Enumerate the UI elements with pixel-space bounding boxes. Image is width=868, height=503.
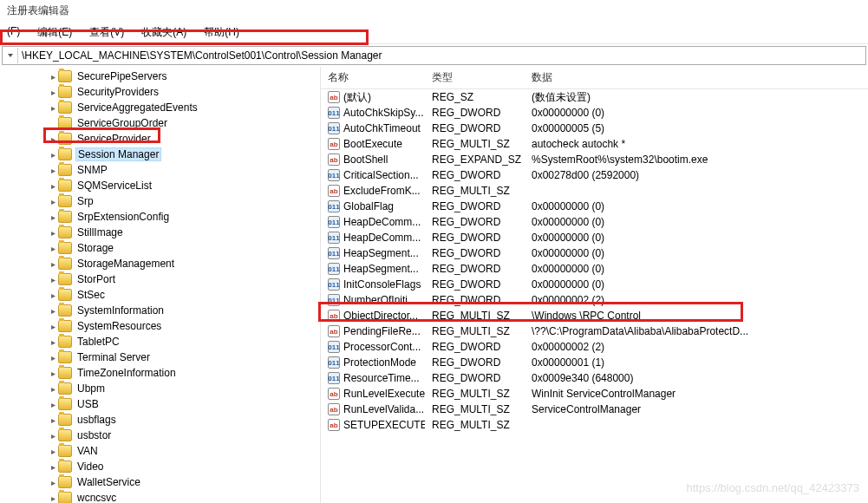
menu-item[interactable]: 查看(V) xyxy=(86,23,127,42)
chevron-right-icon[interactable]: ▸ xyxy=(48,400,58,409)
chevron-right-icon[interactable]: ▸ xyxy=(48,306,58,316)
col-header-type[interactable]: 类型 xyxy=(425,67,525,88)
menu-item[interactable]: (F) xyxy=(3,23,23,42)
tree-item-label: StorPort xyxy=(75,273,117,285)
address-bar[interactable] xyxy=(2,46,866,65)
list-row[interactable]: 011AutoChkTimeoutREG_DWORD0x00000005 (5) xyxy=(321,121,868,136)
chevron-right-icon[interactable]: ▸ xyxy=(48,166,58,175)
list-row[interactable]: 011HeapSegment...REG_DWORD0x00000000 (0) xyxy=(321,245,868,261)
tree-item[interactable]: ServiceGroupOrder xyxy=(0,115,320,131)
chevron-right-icon[interactable]: ▸ xyxy=(48,197,58,206)
tree-item[interactable]: ▸StorPort xyxy=(0,271,320,287)
reg-dword-icon: 011 xyxy=(328,232,340,244)
chevron-right-icon[interactable]: ▸ xyxy=(48,291,58,300)
tree-item[interactable]: ▸Terminal Server xyxy=(0,349,320,365)
tree-item[interactable]: ▸Storage xyxy=(0,240,320,256)
list-row[interactable]: ab(默认)REG_SZ(数值未设置) xyxy=(321,89,868,105)
list-row[interactable]: 011ProtectionModeREG_DWORD0x00000001 (1) xyxy=(321,355,868,370)
tree-item[interactable]: ▸Video xyxy=(0,459,320,474)
tree-item[interactable]: ▸StorageManagement xyxy=(0,256,320,271)
list-row[interactable]: 011NumberOfIniti...REG_DWORD0x00000002 (… xyxy=(321,292,868,308)
list-row[interactable]: 011GlobalFlagREG_DWORD0x00000000 (0) xyxy=(321,199,868,214)
chevron-right-icon[interactable]: ▸ xyxy=(48,369,58,378)
list-row[interactable]: abExcludeFromK...REG_MULTI_SZ xyxy=(321,183,868,199)
list-row[interactable]: 011ProcessorCont...REG_DWORD0x00000002 (… xyxy=(321,339,868,355)
list-panel[interactable]: 名称 类型 数据 ab(默认)REG_SZ(数值未设置)011AutoChkSk… xyxy=(321,67,868,503)
tree-item[interactable]: ▸usbstor xyxy=(0,428,320,443)
tree-item[interactable]: ▸ServiceProvider xyxy=(0,131,320,147)
col-header-data[interactable]: 数据 xyxy=(525,67,868,88)
chevron-right-icon[interactable]: ▸ xyxy=(48,462,58,472)
chevron-right-icon[interactable]: ▸ xyxy=(48,88,58,97)
chevron-right-icon[interactable]: ▸ xyxy=(48,259,58,269)
menu-item[interactable]: 收藏夹(A) xyxy=(138,23,190,42)
chevron-right-icon[interactable]: ▸ xyxy=(48,384,58,394)
tree-item[interactable]: ▸SecurePipeServers xyxy=(0,69,320,84)
list-row[interactable]: 011ResourceTime...REG_DWORD0x0009e340 (6… xyxy=(321,370,868,386)
cell-name: abBootShell xyxy=(321,154,425,166)
chevron-right-icon[interactable]: ▸ xyxy=(48,212,58,222)
list-row[interactable]: 011CriticalSection...REG_DWORD0x00278d00… xyxy=(321,167,868,183)
chevron-right-icon[interactable]: ▸ xyxy=(48,431,58,441)
list-row[interactable]: abPendingFileRe...REG_MULTI_SZ\??\C:\Pro… xyxy=(321,323,868,339)
cell-type: REG_MULTI_SZ xyxy=(425,185,525,197)
tree-item[interactable]: ▸USB xyxy=(0,396,320,412)
cell-data: 0x00000002 (2) xyxy=(525,341,868,353)
tree-item[interactable]: ▸Ubpm xyxy=(0,381,320,396)
tree-item[interactable]: ▸usbflags xyxy=(0,412,320,428)
tree-item[interactable]: ▸ServiceAggregatedEvents xyxy=(0,100,320,115)
chevron-right-icon[interactable]: ▸ xyxy=(48,72,58,82)
chevron-right-icon[interactable]: ▸ xyxy=(48,228,58,238)
list-row[interactable]: 011HeapSegment...REG_DWORD0x00000000 (0) xyxy=(321,261,868,277)
tree-item[interactable]: ▸SecurityProviders xyxy=(0,84,320,100)
tree-item[interactable]: ▸SystemResources xyxy=(0,318,320,334)
list-row[interactable]: abRunLevelExecuteREG_MULTI_SZWinInit Ser… xyxy=(321,386,868,402)
chevron-right-icon[interactable]: ▸ xyxy=(48,134,58,144)
tree-item[interactable]: ▸VAN xyxy=(0,443,320,459)
chevron-right-icon[interactable]: ▸ xyxy=(48,447,58,456)
list-row[interactable]: 011HeapDeComm...REG_DWORD0x00000000 (0) xyxy=(321,230,868,245)
list-row[interactable]: abBootShellREG_EXPAND_SZ%SystemRoot%\sys… xyxy=(321,152,868,167)
cell-data: 0x00000000 (0) xyxy=(525,278,868,291)
chevron-right-icon[interactable]: ▸ xyxy=(48,478,58,487)
list-row[interactable]: abBootExecuteREG_MULTI_SZautocheck autoc… xyxy=(321,136,868,152)
tree-item[interactable]: ▸StSec xyxy=(0,287,320,303)
list-row[interactable]: abRunLevelValida...REG_MULTI_SZServiceCo… xyxy=(321,402,868,417)
chevron-right-icon[interactable]: ▸ xyxy=(48,322,58,331)
list-row[interactable]: 011AutoChkSkipSy...REG_DWORD0x00000000 (… xyxy=(321,105,868,121)
chevron-right-icon[interactable]: ▸ xyxy=(48,244,58,253)
tree-item[interactable]: ▸wcncsvc xyxy=(0,490,320,503)
value-name: (默认) xyxy=(343,90,371,105)
tree-item[interactable]: ▸TabletPC xyxy=(0,334,320,349)
tree-item[interactable]: ▸Session Manager xyxy=(0,147,320,162)
menu-item[interactable]: 帮助(H) xyxy=(200,23,243,42)
chevron-right-icon[interactable]: ▸ xyxy=(48,415,58,425)
chevron-right-icon[interactable]: ▸ xyxy=(48,181,58,191)
chevron-right-icon[interactable]: ▸ xyxy=(48,493,58,503)
chevron-right-icon[interactable]: ▸ xyxy=(48,150,58,160)
chevron-right-icon[interactable]: ▸ xyxy=(48,103,58,113)
cell-type: REG_MULTI_SZ xyxy=(425,419,525,431)
col-header-name[interactable]: 名称 xyxy=(321,67,425,88)
tree-item[interactable]: ▸SQMServiceList xyxy=(0,178,320,193)
list-row[interactable]: 011HeapDeComm...REG_DWORD0x00000000 (0) xyxy=(321,214,868,230)
tree-item[interactable]: ▸SrpExtensionConfig xyxy=(0,209,320,225)
chevron-right-icon[interactable]: ▸ xyxy=(48,337,58,347)
address-dropdown-icon[interactable] xyxy=(3,48,18,63)
chevron-right-icon[interactable]: ▸ xyxy=(48,353,58,363)
tree-item[interactable]: ▸WalletService xyxy=(0,474,320,490)
address-input[interactable] xyxy=(18,48,865,63)
chevron-right-icon[interactable]: ▸ xyxy=(48,275,58,284)
tree-item[interactable]: ▸StillImage xyxy=(0,225,320,240)
tree-item[interactable]: ▸Srp xyxy=(0,193,320,209)
list-row[interactable]: abObjectDirector...REG_MULTI_SZ\Windows … xyxy=(321,308,868,323)
tree-item-label: Ubpm xyxy=(75,382,107,395)
list-row[interactable]: abSETUPEXECUTEREG_MULTI_SZ xyxy=(321,417,868,433)
tree-item[interactable]: ▸TimeZoneInformation xyxy=(0,365,320,381)
value-name: SETUPEXECUTE xyxy=(343,419,425,431)
list-row[interactable]: 011InitConsoleFlagsREG_DWORD0x00000000 (… xyxy=(321,277,868,292)
menu-item[interactable]: 编辑(E) xyxy=(34,23,75,42)
tree-panel[interactable]: ▸SecurePipeServers▸SecurityProviders▸Ser… xyxy=(0,67,321,503)
tree-item[interactable]: ▸SNMP xyxy=(0,162,320,178)
tree-item[interactable]: ▸SystemInformation xyxy=(0,303,320,318)
